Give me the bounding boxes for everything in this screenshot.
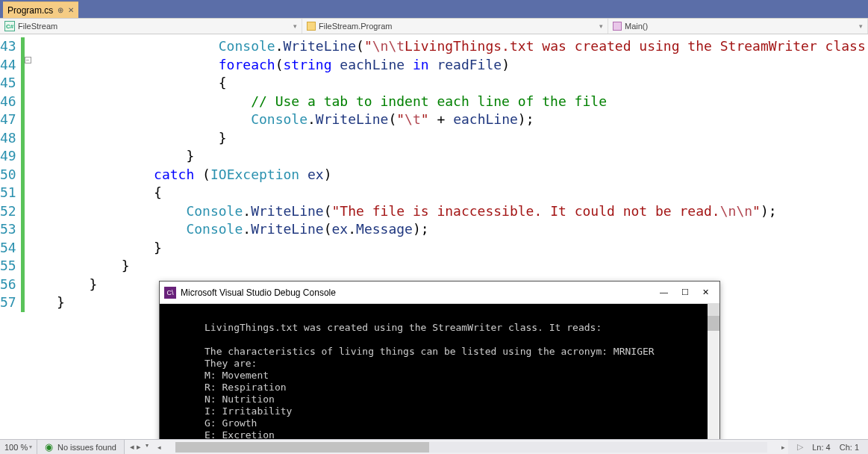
tab-program-cs[interactable]: Program.cs ⊕ ✕	[3, 1, 78, 18]
code-line[interactable]: Console.WriteLine("The file is inaccessi…	[25, 202, 868, 221]
code-line[interactable]: }	[25, 147, 868, 166]
method-icon	[613, 22, 622, 31]
code-line[interactable]: Console.WriteLine(ex.Message);	[25, 220, 868, 239]
console-scrollbar[interactable]	[708, 304, 719, 454]
issues-label: No issues found	[57, 443, 116, 452]
line-number: 50	[0, 166, 16, 184]
line-number: 49	[0, 147, 16, 166]
line-number: 54	[0, 239, 16, 258]
line-number-status[interactable]: Ln: 4	[812, 443, 830, 452]
nav-project-dropdown[interactable]: C# FileStream ▾	[0, 19, 302, 34]
code-line[interactable]: {	[25, 184, 868, 202]
csharp-project-icon: C#	[4, 21, 15, 31]
nav-method-label: Main()	[625, 22, 648, 31]
ok-check-icon: ◉	[45, 441, 53, 453]
zoom-level[interactable]: 100 % ▾	[0, 440, 37, 454]
console-title: Microsoft Visual Studio Debug Console	[181, 287, 336, 298]
chevron-down-icon: ▾	[599, 22, 603, 30]
code-line[interactable]: }	[25, 129, 868, 148]
line-number: 44	[0, 56, 16, 75]
chevron-down-icon: ▾	[859, 22, 863, 30]
line-number-gutter: 434445464748495051525354555657	[0, 34, 21, 439]
pin-icon[interactable]: ⊕	[57, 6, 63, 14]
line-number: 43	[0, 37, 16, 56]
nav-class-dropdown[interactable]: FileStream.Program ▾	[302, 19, 608, 34]
vs-console-icon: C\	[164, 287, 176, 299]
minimize-button[interactable]: —	[660, 287, 668, 297]
zoom-label: 100 %	[4, 443, 28, 452]
status-bar: 100 % ▾ ◉ No issues found ◂ ▸▾ ◂ ▸ ▷ Ln:…	[0, 439, 868, 454]
chevron-down-icon: ▾	[29, 444, 32, 450]
code-line[interactable]: }	[25, 257, 868, 276]
line-number: 57	[0, 293, 16, 312]
console-output[interactable]: LivingThings.txt was created using the S…	[160, 304, 719, 454]
debug-console-window: C\ Microsoft Visual Studio Debug Console…	[159, 281, 720, 454]
code-line[interactable]: // Use a tab to indent each line of the …	[25, 93, 868, 111]
code-editor: 434445464748495051525354555657 − Console…	[0, 34, 868, 439]
close-button[interactable]: ✕	[702, 287, 709, 297]
line-number: 46	[0, 93, 16, 111]
line-number: 52	[0, 202, 16, 221]
column-number-status[interactable]: Ch: 1	[840, 443, 859, 452]
scroll-left-arrow[interactable]: ◂	[154, 444, 165, 451]
error-status[interactable]: ◉ No issues found	[37, 441, 124, 453]
close-icon[interactable]: ✕	[68, 6, 74, 14]
console-titlebar[interactable]: C\ Microsoft Visual Studio Debug Console…	[160, 282, 719, 304]
nav-back-forward[interactable]: ◂ ▸▾	[125, 442, 154, 452]
line-number: 53	[0, 220, 16, 239]
nav-class-label: FileStream.Program	[319, 22, 392, 31]
code-line[interactable]: {	[25, 74, 868, 93]
line-number: 55	[0, 257, 16, 276]
class-icon	[307, 22, 316, 31]
nav-next-icon[interactable]: ▷	[797, 442, 803, 452]
horizontal-scrollbar[interactable]: ◂ ▸▾ ◂ ▸	[124, 440, 788, 454]
console-scroll-thumb[interactable]	[708, 316, 719, 331]
chevron-down-icon: ▾	[293, 22, 297, 30]
console-text: LivingThings.txt was created using the S…	[204, 322, 690, 453]
code-line[interactable]: Console.WriteLine("\n\tLivingThings.txt …	[25, 37, 868, 56]
document-tabstrip: Program.cs ⊕ ✕	[0, 0, 868, 18]
nav-project-label: FileStream	[18, 22, 57, 31]
line-number: 47	[0, 111, 16, 129]
navigation-bar: C# FileStream ▾ FileStream.Program ▾ Mai…	[0, 18, 868, 34]
hscroll-thumb[interactable]	[175, 442, 429, 453]
nav-method-dropdown[interactable]: Main() ▾	[608, 19, 868, 34]
scroll-right-arrow[interactable]: ▸	[778, 444, 788, 451]
code-line[interactable]: }	[25, 239, 868, 258]
maximize-button[interactable]: ☐	[681, 287, 689, 297]
line-number: 51	[0, 184, 16, 202]
code-line[interactable]: catch (IOException ex)	[25, 166, 868, 184]
line-number: 48	[0, 129, 16, 148]
line-number: 45	[0, 74, 16, 93]
code-line[interactable]: Console.WriteLine("\t" + eachLine);	[25, 111, 868, 129]
line-number: 56	[0, 276, 16, 294]
code-line[interactable]: foreach(string eachLine in readFile)	[25, 56, 868, 75]
tab-label: Program.cs	[7, 5, 53, 16]
